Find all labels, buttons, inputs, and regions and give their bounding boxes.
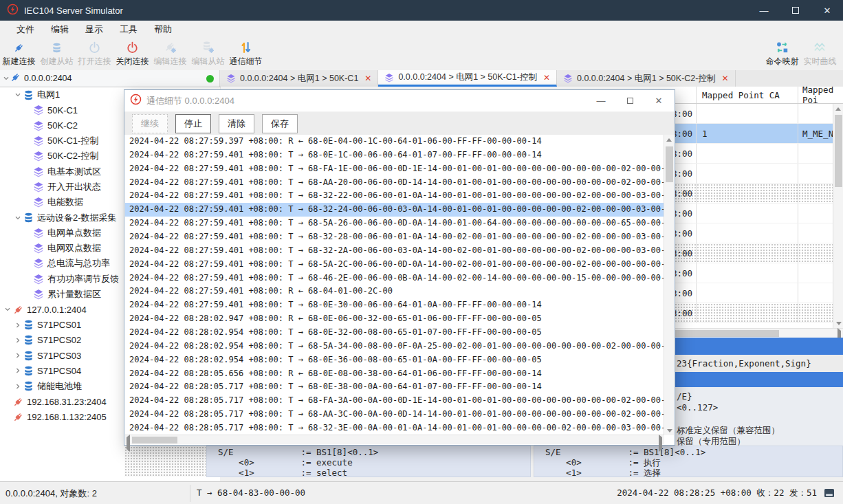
- tree-item-label: 电网1: [37, 89, 60, 101]
- chevron-down-icon[interactable]: [12, 91, 23, 98]
- scrollbar-thumb[interactable]: [132, 437, 177, 443]
- log-horizontal-scrollbar[interactable]: [125, 435, 664, 444]
- se-definition-panel-en: S/E := BS1[8]<0..1> <0> := execute <1> :…: [206, 446, 531, 477]
- tab-3[interactable]: 0.0.0.0:2404 > 电网1 > 50K-C2-控制✕: [557, 70, 736, 87]
- toolbar-button-new-connection[interactable]: 新建连接: [0, 39, 38, 67]
- log-line-20[interactable]: 2024-04-22 08:28:05.717 +08:00: T → 68-F…: [125, 394, 664, 408]
- point-table-icon: [226, 74, 236, 83]
- log-line-19[interactable]: 2024-04-22 08:28:05.717 +08:00: T → 68-0…: [125, 380, 664, 394]
- comm-log-list[interactable]: 2024-04-22 08:27:59.397 +08:00: R ← 68-0…: [125, 135, 664, 435]
- scrollbar-thumb[interactable]: [835, 115, 842, 187]
- log-line-16[interactable]: 2024-04-22 08:28:02.954 +08:00: T → 68-5…: [125, 340, 664, 353]
- tab-close-icon[interactable]: ✕: [364, 74, 371, 83]
- menu-item-5[interactable]: 帮助: [146, 21, 180, 38]
- toolbar-button-label: 打开连接: [78, 56, 111, 67]
- sidebar-header-server[interactable]: 0.0.0.0:2404: [0, 70, 220, 87]
- scroll-up-icon[interactable]: [664, 135, 674, 144]
- log-line-11[interactable]: 2024-04-22 08:27:59.401 +08:00: T → 68-4…: [125, 272, 664, 285]
- toolbar-button-label: 通信细节: [230, 56, 263, 67]
- chevron-down-icon[interactable]: [3, 72, 10, 85]
- close-button[interactable]: ✕: [811, 0, 843, 21]
- scroll-right-icon[interactable]: [659, 437, 662, 450]
- log-line-7[interactable]: 2024-04-22 08:27:59.401 +08:00: T → 68-5…: [125, 217, 664, 230]
- close-connection-icon: [126, 40, 139, 55]
- menu-item-3[interactable]: 显示: [77, 21, 111, 38]
- toolbar-button-create-substation: 创建从站: [38, 39, 76, 67]
- log-line-22[interactable]: 2024-04-22 08:28:05.717 +08:00: T → 68-3…: [125, 421, 664, 435]
- command-mapping-icon: [776, 40, 789, 55]
- log-line-21[interactable]: 2024-04-22 08:28:05.717 +08:00: T → 68-A…: [125, 408, 664, 421]
- log-line-14[interactable]: 2024-04-22 08:28:02.947 +08:00: R ← 68-0…: [125, 312, 664, 326]
- statusbar: 0.0.0.0:2404, 对象数: 2 T → 68-04-83-00-00-…: [0, 481, 843, 504]
- tab-row: 0.0.0.0:2404 0.0.0.0:2404 > 电网1 > 50K-C1…: [0, 70, 843, 87]
- scroll-left-icon[interactable]: [127, 437, 130, 450]
- chevron-right-icon[interactable]: [12, 352, 23, 359]
- log-line-17[interactable]: 2024-04-22 08:28:02.954 +08:00: T → 68-0…: [125, 353, 664, 367]
- log-line-2[interactable]: 2024-04-22 08:27:59.401 +08:00: T → 68-0…: [125, 149, 664, 162]
- log-line-3[interactable]: 2024-04-22 08:27:59.401 +08:00: T → 68-F…: [125, 162, 664, 176]
- log-line-13[interactable]: 2024-04-22 08:27:59.401 +08:00: T → 68-0…: [125, 298, 664, 312]
- menu-item-2[interactable]: 编辑: [43, 21, 77, 38]
- log-line-15[interactable]: 2024-04-22 08:28:02.954 +08:00: T → 68-0…: [125, 326, 664, 340]
- log-line-4[interactable]: 2024-04-22 08:27:59.401 +08:00: T → 68-A…: [125, 176, 664, 190]
- log-vertical-scrollbar[interactable]: [664, 135, 674, 435]
- point-table-icon: [33, 243, 47, 254]
- dialog-button-4[interactable]: 保存: [262, 114, 298, 133]
- titlebar: IEC104 Server Simulator — ✕: [0, 0, 843, 21]
- menu-item-4[interactable]: 工具: [111, 21, 146, 38]
- cell-mapped-point-ca: [697, 184, 798, 203]
- dialog-minimize-button[interactable]: —: [587, 90, 615, 111]
- tab-label: 0.0.0.0:2404 > 电网1 > 50K-C1: [240, 73, 358, 85]
- tab-close-icon[interactable]: ✕: [543, 73, 550, 83]
- chevron-right-icon[interactable]: [12, 337, 23, 344]
- toolbar-button-command-mapping[interactable]: 命令映射: [763, 39, 801, 67]
- tab-close-icon[interactable]: ✕: [721, 74, 728, 83]
- tree-item-label: S71PCS04: [37, 366, 81, 376]
- menu-item-1[interactable]: 文件: [8, 21, 43, 38]
- scroll-down-icon[interactable]: [664, 426, 675, 435]
- chevron-down-icon[interactable]: [12, 215, 23, 221]
- tab-1[interactable]: 0.0.0.0:2404 > 电网1 > 50K-C1✕: [220, 70, 378, 87]
- log-line-8[interactable]: 2024-04-22 08:27:59.401 +08:00: T → 68-3…: [125, 230, 664, 244]
- chevron-right-icon[interactable]: [12, 383, 23, 390]
- scrollbar-thumb[interactable]: [666, 146, 673, 182]
- tree-item-label: 电网单点数据: [47, 227, 101, 239]
- chevron-right-icon[interactable]: [12, 322, 23, 329]
- column-mapped-point-ca: Mapped Point CA: [697, 87, 798, 103]
- log-line-6[interactable]: 2024-04-22 08:27:59.401 +08:00: T → 68-3…: [125, 203, 664, 217]
- toolbar-button-label: 编辑从站: [192, 56, 225, 67]
- minimize-button[interactable]: —: [748, 0, 780, 21]
- tab-2[interactable]: 0.0.0.0:2404 > 电网1 > 50K-C1-控制✕: [378, 70, 557, 87]
- table-vertical-scrollbar[interactable]: [833, 104, 843, 328]
- toolbar-button-open-connection: 打开连接: [76, 39, 113, 67]
- chevron-right-icon[interactable]: [12, 367, 23, 374]
- toolbar-button-label: 实时曲线: [804, 56, 837, 67]
- cell-mapped-point-ca: [697, 164, 798, 183]
- scroll-up-icon[interactable]: [833, 104, 843, 113]
- substation-icon: [23, 350, 36, 362]
- tree-item-label: S71PCS01: [37, 320, 81, 330]
- dialog-maximize-button[interactable]: [615, 90, 644, 111]
- tree-item-label: 总电流与总功率: [47, 257, 110, 270]
- log-line-18[interactable]: 2024-04-22 08:28:05.656 +08:00: R ← 68-0…: [125, 367, 664, 381]
- log-line-12[interactable]: 2024-04-22 08:27:59.401 +08:00: R ← 68-0…: [125, 285, 664, 298]
- toolbar-button-label: 创建从站: [41, 56, 74, 67]
- log-line-9[interactable]: 2024-04-22 08:27:59.401 +08:00: T → 68-3…: [125, 244, 664, 258]
- dialog-titlebar[interactable]: 通信细节 0.0.0.0:2404 — ✕: [124, 90, 675, 111]
- point-table-icon: [563, 74, 573, 83]
- dialog-button-3[interactable]: 清除: [219, 114, 254, 133]
- log-line-10[interactable]: 2024-04-22 08:27:59.401 +08:00: T → 68-5…: [125, 258, 664, 272]
- chevron-down-icon[interactable]: [2, 306, 12, 313]
- toolbar-button-comm-detail[interactable]: 通信细节: [227, 39, 265, 67]
- substation-icon: [23, 212, 36, 223]
- toolbar-button-close-connection[interactable]: 关闭连接: [113, 39, 151, 67]
- dialog-button-2[interactable]: 停止: [175, 114, 211, 133]
- log-line-5[interactable]: 2024-04-22 08:27:59.401 +08:00: T → 68-3…: [125, 189, 664, 203]
- scroll-down-icon[interactable]: [833, 318, 843, 328]
- dialog-close-button[interactable]: ✕: [644, 90, 673, 111]
- log-line-1[interactable]: 2024-04-22 08:27:59.397 +08:00: R ← 68-0…: [125, 135, 664, 149]
- cell-mapped-point-ca: [697, 104, 798, 123]
- maximize-button[interactable]: [780, 0, 811, 21]
- tree-item-label: 储能电池堆: [37, 380, 82, 393]
- substation-icon: [23, 89, 36, 101]
